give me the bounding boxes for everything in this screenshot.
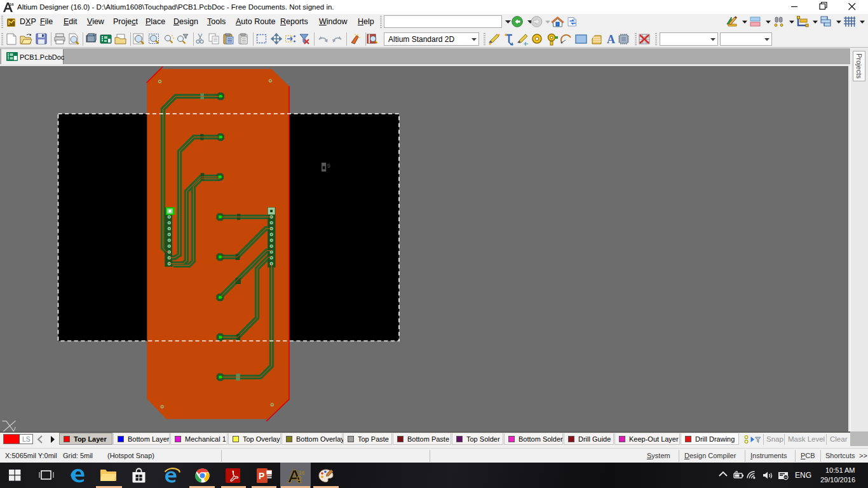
svg-text:A: A — [607, 33, 615, 46]
svg-text:9: 9 — [327, 163, 330, 169]
svg-text:P: P — [259, 471, 264, 481]
svg-text:16: 16 — [299, 470, 304, 476]
svg-text:16: 16 — [10, 3, 14, 6]
